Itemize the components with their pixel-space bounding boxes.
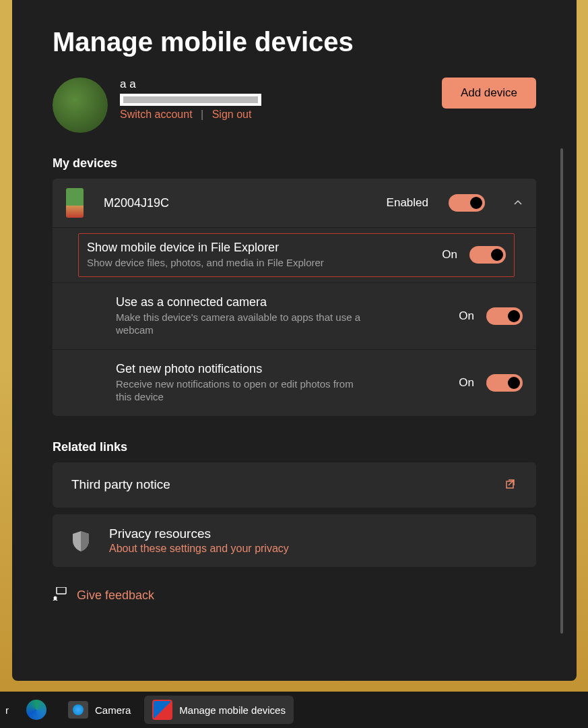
camera-icon <box>68 701 88 719</box>
account-row: a a Switch account | Sign out Add device <box>53 78 536 133</box>
privacy-text: Privacy resources About these settings a… <box>109 526 289 555</box>
taskbar-partial-label: r <box>5 704 13 716</box>
sign-out-link[interactable]: Sign out <box>212 109 252 120</box>
setting-connected-camera: Use as a connected camera Make this devi… <box>53 283 536 350</box>
setting-title: Get new photo notifications <box>116 362 447 376</box>
taskbar-camera[interactable]: Camera <box>60 697 139 723</box>
setting-text: Use as a connected camera Make this devi… <box>116 295 447 337</box>
account-name: a a <box>120 78 261 91</box>
setting-text: Get new photo notifications Receive new … <box>116 362 447 404</box>
feedback-icon <box>53 587 67 604</box>
external-link-icon <box>505 477 517 493</box>
manage-devices-icon <box>152 700 172 720</box>
setting-desc: Make this device's camera available to a… <box>116 311 365 337</box>
privacy-about-link[interactable]: About these settings and your privacy <box>109 543 289 554</box>
taskbar-camera-label: Camera <box>95 704 131 716</box>
taskbar-edge[interactable] <box>18 696 55 724</box>
related-list: Third party notice Privacy resources Abo… <box>53 462 536 567</box>
give-feedback-link[interactable]: Give feedback <box>77 588 154 603</box>
third-party-notice-link[interactable]: Third party notice <box>53 462 536 508</box>
device-thumbnail <box>66 188 84 218</box>
avatar <box>53 78 108 133</box>
file-explorer-toggle[interactable] <box>469 246 506 264</box>
setting-title: Use as a connected camera <box>116 295 447 309</box>
account-left: a a Switch account | Sign out <box>53 78 261 133</box>
setting-desc: Show device files, photos, and media in … <box>87 256 336 270</box>
chevron-up-icon[interactable] <box>513 198 523 208</box>
setting-title: Show mobile device in File Explorer <box>87 241 430 255</box>
related-links-header: Related links <box>53 440 536 454</box>
device-status-label: Enabled <box>387 196 428 210</box>
photo-notifications-toggle[interactable] <box>486 374 523 392</box>
third-party-notice-label: Third party notice <box>71 477 492 492</box>
device-name: M2004J19C <box>104 196 366 210</box>
account-links: Switch account | Sign out <box>120 109 261 121</box>
setting-state-label: On <box>442 248 457 262</box>
setting-file-explorer: Show mobile device in File Explorer Show… <box>53 228 536 283</box>
setting-text: Show mobile device in File Explorer Show… <box>87 241 430 270</box>
feedback-row[interactable]: Give feedback <box>53 587 536 604</box>
switch-account-link[interactable]: Switch account <box>120 109 193 120</box>
setting-state-label: On <box>459 309 474 323</box>
add-device-button[interactable]: Add device <box>442 78 536 109</box>
connected-camera-toggle[interactable] <box>486 307 523 325</box>
svg-rect-1 <box>57 587 66 594</box>
setting-desc: Receive new notifications to open or edi… <box>116 377 365 404</box>
taskbar-manage-label: Manage mobile devices <box>179 704 286 716</box>
device-header[interactable]: M2004J19C Enabled <box>53 179 536 228</box>
setting-photo-notifications: Get new photo notifications Receive new … <box>53 350 536 417</box>
edge-icon <box>26 700 46 720</box>
separator: | <box>201 109 203 120</box>
account-info: a a Switch account | Sign out <box>120 78 261 121</box>
privacy-resources-item: Privacy resources About these settings a… <box>53 514 536 567</box>
settings-window: Manage mobile devices a a Switch account… <box>12 0 577 681</box>
setting-state-label: On <box>459 376 474 390</box>
my-devices-header: My devices <box>53 156 536 171</box>
device-enable-toggle[interactable] <box>449 194 485 212</box>
page-title: Manage mobile devices <box>53 27 536 57</box>
taskbar: r Camera Manage mobile devices <box>0 692 588 728</box>
device-list: M2004J19C Enabled Show mobile device in … <box>53 179 536 417</box>
shield-icon <box>71 530 90 551</box>
scrollbar[interactable] <box>560 148 563 634</box>
privacy-title: Privacy resources <box>109 526 289 541</box>
taskbar-manage-devices[interactable]: Manage mobile devices <box>144 696 294 724</box>
account-email-redacted <box>120 94 261 106</box>
